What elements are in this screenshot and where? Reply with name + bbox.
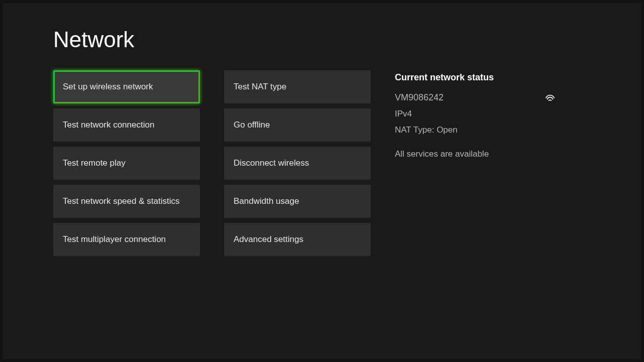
test-network-connection-button[interactable]: Test network connection — [53, 108, 200, 142]
wifi-icon — [545, 92, 556, 103]
tile-label: Test multiplayer connection — [63, 234, 166, 245]
tile-label: Test network connection — [63, 120, 154, 130]
network-options-right: Test NAT type Go offline Disconnect wire… — [224, 70, 371, 256]
advanced-settings-button[interactable]: Advanced settings — [224, 223, 371, 256]
network-options-left: Set up wireless network Test network con… — [53, 70, 200, 256]
tile-label: Test remote play — [63, 158, 126, 168]
disconnect-wireless-button[interactable]: Disconnect wireless — [224, 147, 371, 180]
tile-label: Advanced settings — [234, 234, 303, 245]
setup-wireless-network-button[interactable]: Set up wireless network — [53, 70, 200, 103]
bandwidth-usage-button[interactable]: Bandwidth usage — [224, 185, 371, 218]
network-status-panel: Current network status VM9086242 IPv4 NA… — [395, 70, 556, 256]
services-status: All services are available — [395, 149, 556, 159]
test-remote-play-button[interactable]: Test remote play — [53, 147, 200, 180]
tile-label: Disconnect wireless — [234, 158, 309, 168]
test-multiplayer-connection-button[interactable]: Test multiplayer connection — [53, 223, 200, 256]
tile-label: Bandwidth usage — [234, 196, 299, 206]
test-nat-type-button[interactable]: Test NAT type — [224, 70, 371, 103]
nat-type: NAT Type: Open — [395, 125, 556, 135]
page-title: Network — [3, 3, 641, 52]
go-offline-button[interactable]: Go offline — [224, 108, 371, 142]
tile-label: Test NAT type — [234, 82, 286, 92]
tile-label: Test network speed & statistics — [63, 196, 179, 206]
status-heading: Current network status — [395, 72, 556, 83]
tile-label: Set up wireless network — [63, 82, 153, 92]
ip-version: IPv4 — [395, 109, 556, 119]
network-ssid: VM9086242 — [395, 92, 444, 103]
test-network-speed-button[interactable]: Test network speed & statistics — [53, 185, 200, 218]
tile-label: Go offline — [234, 120, 270, 130]
